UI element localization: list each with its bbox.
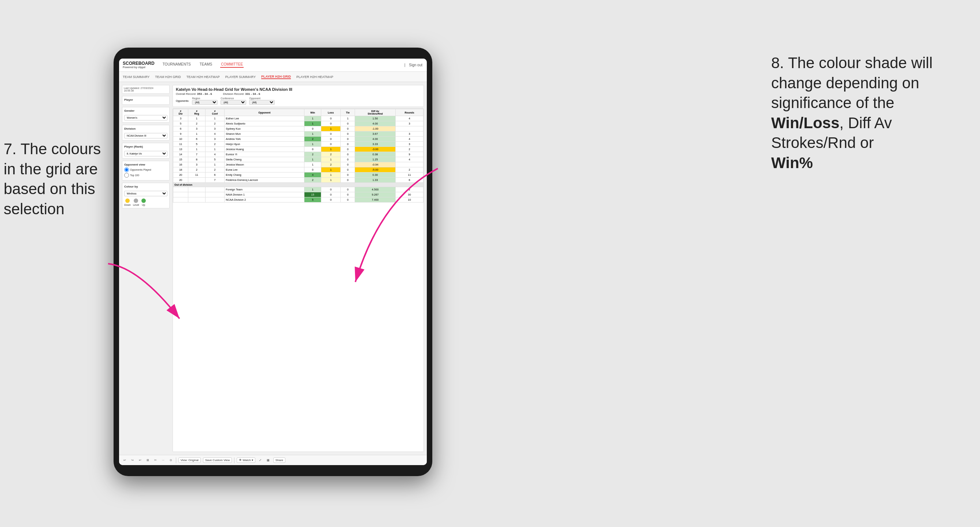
undo2-button[interactable]: ↪ — [130, 458, 135, 462]
table-row: NAIA Division 1 15 0 0 9.267 30 — [173, 192, 423, 197]
gender-select[interactable]: Women's — [124, 115, 167, 121]
nav-tournaments[interactable]: TOURNAMENTS — [162, 62, 192, 68]
cell-rounds: 10 — [396, 197, 423, 203]
subnav-player-h2h-heatmap[interactable]: PLAYER H2H HEATMAP — [296, 75, 333, 79]
table-row: 16 3 1 Jessica Mason 1 2 0 -0.94 — [173, 162, 423, 167]
cell-win: 1 — [304, 162, 321, 167]
opponents-label: Opponents: — [176, 100, 189, 102]
subnav-team-h2h-heatmap[interactable]: TEAM H2H HEATMAP — [186, 75, 220, 79]
cell-diff: 3.67 — [355, 132, 396, 137]
cell-opponent: Esther Lee — [224, 116, 304, 121]
subnav-player-h2h-grid[interactable]: PLAYER H2H GRID — [261, 75, 291, 79]
cell-diff: 9.267 — [355, 192, 396, 197]
columns-button[interactable]: ▦ — [265, 458, 271, 462]
last-updated: Last Updated: 27/03/2024 16:55:38 — [122, 85, 170, 94]
cell-tie: 0 — [341, 162, 355, 167]
cell-loss: 1 — [321, 126, 341, 132]
table-row: 18 2 2 Euna Lee 0 1 0 -5.00 2 — [173, 167, 423, 173]
subnav-team-summary[interactable]: TEAM SUMMARY — [123, 75, 150, 79]
gender-section: Gender Women's — [122, 107, 170, 123]
save-custom-button[interactable]: Save Custom View — [203, 457, 232, 463]
cell-loss: 0 — [321, 137, 341, 142]
cell-tie: 1 — [341, 116, 355, 121]
cell-opponent: Euna Lee — [224, 167, 304, 173]
opponent-view-label: Opponent view — [124, 163, 167, 166]
cell-tie: 0 — [341, 121, 355, 126]
legend-down-dot — [125, 198, 130, 203]
region-filter-select[interactable]: (All) — [192, 100, 218, 105]
circle-button[interactable]: ⊙ — [168, 458, 173, 462]
cell-rounds — [396, 162, 423, 167]
cell-win: 1 — [304, 132, 321, 137]
radio-opponents-played: Opponents Played — [124, 167, 167, 172]
table-row: 14 7 4 Eunice Yi 2 2 0 0.38 9 — [173, 152, 423, 157]
radio-opponents-played-label: Opponents Played — [130, 168, 151, 171]
cell-tie: 0 — [341, 152, 355, 157]
cell-reg — [188, 192, 205, 197]
cell-conf: 4 — [205, 152, 224, 157]
th-diff: Diff AvStrokes/Rnd — [355, 109, 396, 116]
player-rank-select[interactable]: 8. Katelyn Vo — [124, 151, 167, 156]
cell-div: 5 — [173, 121, 188, 126]
cell-rounds: 9 — [396, 152, 423, 157]
annotation-left: 7. The colours in the grid are based on … — [4, 139, 110, 219]
cell-win: 1 — [304, 187, 321, 192]
radio-top100-input[interactable] — [124, 173, 129, 178]
cell-diff: 1.50 — [355, 116, 396, 121]
cell-conf — [205, 197, 224, 203]
cell-win: 0 — [304, 147, 321, 152]
subnav-player-summary[interactable]: PLAYER SUMMARY — [225, 75, 256, 79]
sign-out-link[interactable]: Sign out — [408, 63, 423, 67]
cell-rounds — [396, 126, 423, 132]
cell-reg: 11 — [188, 173, 205, 178]
undo-button[interactable]: ↩ — [122, 458, 127, 462]
watch-button[interactable]: 👁 Watch ▾ — [237, 457, 255, 463]
player-section: Player — [122, 96, 170, 105]
cell-rounds: 11 — [396, 173, 423, 178]
cell-div: 15 — [173, 157, 188, 162]
radio-opponents-played-input[interactable] — [124, 167, 129, 172]
th-conf: #Conf — [205, 109, 224, 116]
dot-button[interactable]: ··· — [161, 458, 166, 462]
radio-top100-label: Top 100 — [130, 174, 139, 176]
cell-diff: -5.00 — [355, 167, 396, 173]
toolbar-divider2 — [234, 457, 234, 463]
cell-reg: 1 — [188, 116, 205, 121]
cut-button[interactable]: ✂ — [153, 458, 158, 462]
filter-region: Region (All) — [192, 97, 218, 105]
cell-opponent: Sydney Kuo — [224, 126, 304, 132]
subnav-team-h2h-grid[interactable]: TEAM H2H GRID — [155, 75, 181, 79]
sub-nav: TEAM SUMMARY TEAM H2H GRID TEAM H2H HEAT… — [119, 72, 427, 82]
colour-by-select[interactable]: Win/loss — [124, 191, 167, 196]
cell-opponent: Sharon Mun — [224, 132, 304, 137]
nav-teams[interactable]: TEAMS — [199, 62, 213, 68]
conference-filter-label: Conference — [221, 97, 246, 100]
cell-reg: 1 — [188, 132, 205, 137]
conference-filter-select[interactable]: (All) — [221, 100, 246, 105]
last-updated-label: Last Updated: 27/03/2024 — [124, 87, 168, 89]
right-panel: Katelyn Vo Head-to-Head Grid for Women's… — [173, 85, 424, 452]
cell-loss: 0 — [321, 116, 341, 121]
opponent-filter-select[interactable]: (All) — [249, 100, 275, 105]
cell-conf — [205, 187, 224, 192]
cell-div — [173, 192, 188, 197]
cell-reg — [188, 187, 205, 192]
cell-opponent: Jessica Mason — [224, 162, 304, 167]
share-button[interactable]: Share — [273, 457, 285, 463]
cell-tie: 0 — [341, 132, 355, 137]
annotation-left-text: 7. The colours in the grid are based on … — [4, 140, 101, 217]
grid-button[interactable]: ⊞ — [145, 458, 151, 462]
redo-button[interactable]: ↩ — [137, 458, 143, 462]
th-rounds: Rounds — [396, 109, 423, 116]
colour-section: Colour by Win/loss Down Level — [122, 183, 170, 208]
expand-button[interactable]: ⤢ — [258, 458, 263, 462]
view-original-button[interactable]: View: Original — [178, 457, 201, 463]
cell-tie: 0 — [341, 178, 355, 183]
cell-opponent: Eunice Yi — [224, 152, 304, 157]
table-row: 15 8 5 Stella Cheng 1 1 0 1.25 4 — [173, 157, 423, 162]
division-select[interactable]: NCAA Division III — [124, 133, 167, 138]
cell-opponent: Alexis Sudjianto — [224, 121, 304, 126]
legend-down: Down — [124, 198, 131, 206]
table-row: 5 2 2 Alexis Sudjianto 1 0 0 4.00 3 — [173, 121, 423, 126]
nav-committee[interactable]: COMMITTEE — [220, 62, 243, 68]
